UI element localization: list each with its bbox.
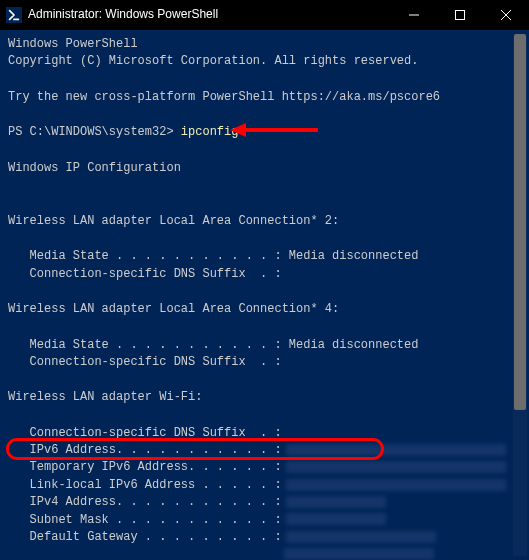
prompt-path: PS C:\WINDOWS\system32>	[8, 125, 181, 139]
output-line: Copyright (C) Microsoft Corporation. All…	[8, 53, 521, 70]
output-line-ipv4: IPv4 Address. . . . . . . . . . . :	[8, 494, 521, 511]
redacted-value	[286, 444, 506, 456]
svg-rect-1	[456, 11, 465, 20]
output-line: Subnet Mask . . . . . . . . . . . :	[8, 512, 521, 529]
vertical-scrollbar[interactable]	[513, 34, 527, 556]
output-line: Try the new cross-platform PowerShell ht…	[8, 89, 521, 106]
redacted-value	[286, 496, 386, 508]
typed-command: ipconfig	[181, 125, 239, 139]
output-line	[8, 546, 521, 560]
output-line: IPv6 Address. . . . . . . . . . . :	[8, 442, 521, 459]
output-line: Temporary IPv6 Address. . . . . . :	[8, 459, 521, 476]
output-line: Connection-specific DNS Suffix . :	[8, 425, 521, 442]
output-line: Media State . . . . . . . . . . . : Medi…	[8, 248, 521, 265]
adapter-heading: Wireless LAN adapter Local Area Connecti…	[8, 213, 521, 230]
adapter-heading: Wireless LAN adapter Local Area Connecti…	[8, 301, 521, 318]
prompt-line: PS C:\WINDOWS\system32> ipconfig	[8, 124, 521, 141]
output-line: Default Gateway . . . . . . . . . :	[8, 529, 521, 546]
redacted-value	[286, 479, 506, 491]
redacted-value	[284, 548, 434, 560]
output-line: Windows PowerShell	[8, 36, 521, 53]
redacted-value	[286, 461, 506, 473]
powershell-icon	[6, 7, 22, 23]
output-line: Media State . . . . . . . . . . . : Medi…	[8, 337, 521, 354]
adapter-heading: Wireless LAN adapter Wi-Fi:	[8, 389, 521, 406]
redacted-value	[286, 513, 386, 525]
window-title: Administrator: Windows PowerShell	[28, 6, 391, 23]
output-line: Link-local IPv6 Address . . . . . :	[8, 477, 521, 494]
scrollbar-thumb[interactable]	[514, 34, 526, 410]
close-button[interactable]	[483, 0, 529, 30]
minimize-button[interactable]	[391, 0, 437, 30]
window-controls	[391, 0, 529, 30]
titlebar: Administrator: Windows PowerShell	[0, 0, 529, 30]
output-line: Connection-specific DNS Suffix . :	[8, 266, 521, 283]
terminal-viewport[interactable]: Windows PowerShell Copyright (C) Microso…	[0, 30, 529, 560]
output-line: Windows IP Configuration	[8, 160, 521, 177]
output-line: Connection-specific DNS Suffix . :	[8, 354, 521, 371]
maximize-button[interactable]	[437, 0, 483, 30]
redacted-value	[286, 531, 436, 543]
